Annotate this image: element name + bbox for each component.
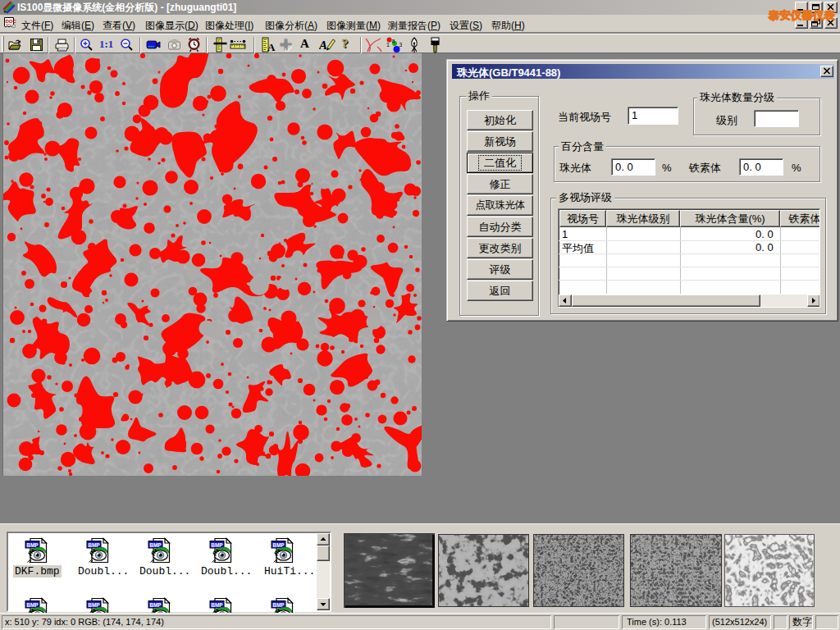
svg-text:3: 3	[399, 42, 403, 48]
svg-text:A: A	[267, 41, 276, 52]
svg-text:A: A	[319, 39, 327, 52]
svg-text:1: 1	[386, 42, 390, 48]
svg-text:DOC: DOC	[6, 19, 17, 24]
svg-text:a: a	[392, 38, 395, 43]
